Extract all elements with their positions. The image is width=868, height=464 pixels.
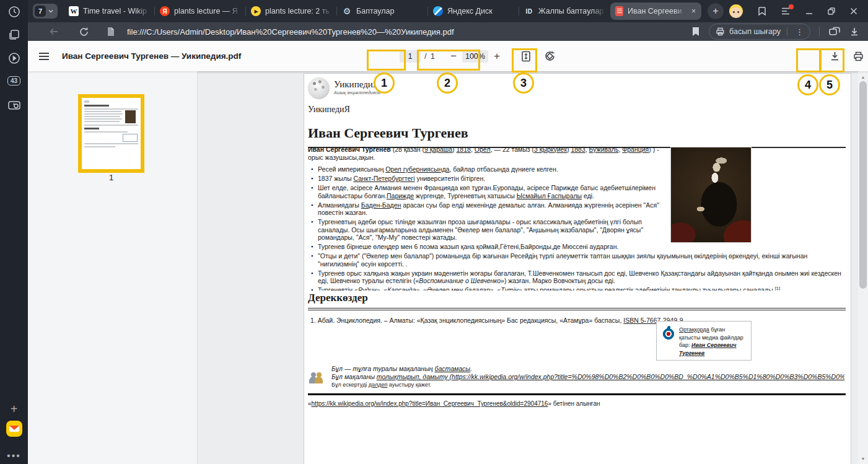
zoom-in-button[interactable]: + [494,51,500,61]
article-bullet: Тургенев орыс халқына жақын украин мәден… [318,269,847,285]
yandex-icon [160,6,170,16]
tab-yandex[interactable]: plants lecture — Я [155,2,246,20]
wikimedia-commons-icon [662,328,675,340]
tab-label: Яндекс Диск [447,7,514,15]
zoom-out-button[interactable]: − [450,51,457,61]
stub-line-1: Бұл — тұлға туралы мақаланың бастамасы. [331,365,846,373]
page-view: УикипедиЯ Ашық энциклопедиясы УикипедиЯ … [198,71,858,464]
annotation-circle-3: 3 [513,72,534,94]
page-counter: 1 / 1 [400,41,435,71]
notification-dot [789,4,794,9]
downloads-icon[interactable] [849,27,859,37]
address-bar-actions: басып шығару ⋮ [691,24,868,40]
play-icon [251,6,261,16]
history-icon[interactable] [0,6,28,18]
annotation-circle-5: 5 [819,74,840,95]
restore-button[interactable] [827,7,836,15]
tab-bar: 7 Time travel - Wikipplants lecture — Яp… [28,0,868,22]
printer-icon [716,27,725,36]
tabs-panel-icon[interactable] [0,28,28,41]
fit-to-page-icon[interactable] [520,41,532,71]
wikipedia-tagline: Ашық энциклопедиясы [334,90,380,95]
commons-text: Ортаққорда бұған қатысты медиа файлдар б… [679,326,746,357]
article-bullet: Тургеневтің «Рудин», «Қарсаңда», «Әкелер… [318,286,847,291]
bookmark-panel-icon[interactable] [756,6,768,17]
back-icon[interactable] [45,27,63,37]
new-tab-button[interactable]: + [708,3,724,19]
print-page-button[interactable]: басып шығару ⋮ [709,24,810,40]
yandex-mail-icon[interactable] [0,421,28,437]
tab-label: plants lecture — Я [174,7,241,15]
rotate-icon[interactable] [543,41,556,71]
pdf-toolbar: Иван Сергеевич Тургенев — Уикипедия.pdf … [28,41,868,71]
scroll-up-icon[interactable]: ▲ [858,72,868,81]
page-thumbnail[interactable] [78,94,144,173]
article-bullet: Алманиядағы Баден-Баден арасан суы бар е… [318,201,847,217]
article-bullet: Шет елде, әсіресе Алмания менен Францияд… [318,184,847,199]
print-pdf-icon[interactable] [853,41,864,71]
bookmark-icon[interactable] [691,27,700,37]
print-page-label: басып шығару [729,27,781,36]
vertical-scrollbar[interactable]: ▲ ▼ [858,71,868,464]
annotation-circle-2: 2 [437,72,458,94]
site-name: УикипедиЯ [308,105,350,115]
retrieved-from-line: «https://kk.wikipedia.org/w/index.php?ti… [308,400,846,407]
tab-wikipedia[interactable]: Time travel - Wikip [64,2,155,20]
window-controls [729,4,868,18]
url-text[interactable]: file:///C:/Users/Admin/Desktop/Иван%20Се… [127,27,691,37]
pdf-menu-icon[interactable] [38,41,50,71]
tab-strip: Time travel - Wikipplants lecture — Яpla… [64,0,701,22]
tab-counter[interactable]: 7 [33,4,58,19]
commons-box: Ортаққорда бұған қатысты медиа файлдар б… [656,321,752,361]
tab-disk[interactable]: Яндекс Диск [428,2,519,20]
print-options-icon[interactable]: ⋮ [792,27,807,37]
id-icon [524,6,534,16]
stub-notice: Бұл — тұлға туралы мақаланың бастамасы. … [308,365,846,389]
tab-label: Баптаулар [356,7,423,15]
disk-icon [433,6,443,16]
tab-gear[interactable]: Баптаулар [337,2,428,20]
chevron-down-icon [48,8,54,14]
thumbnail-page-label: 1 [78,173,144,182]
page-total: 1 [431,51,435,61]
address-bar: file:///C:/Users/Admin/Desktop/Иван%20Се… [28,22,868,41]
tab-label: Иван Сергееви [628,7,686,15]
annotation-circle-1: 1 [374,72,395,94]
sidebar-more-icon[interactable]: ••• [0,451,28,461]
tab-groups-icon[interactable] [828,26,841,37]
wikipedia-logo-icon [308,77,330,99]
profile-avatar[interactable] [729,4,743,18]
tab-label: Time travel - Wikip [83,7,150,15]
article-title: Иван Сергеевич Тургенев [308,125,846,148]
article-bullet: "Отцы и дети" ("Әкелер мен балалар") ром… [318,252,847,268]
footer-rule [308,393,846,395]
video-player-icon[interactable] [0,52,28,64]
stub-line-3: Бұл ескертуді дәлдеп ауыстыру қажет. [331,381,846,389]
page-separator: / [424,51,427,61]
minimize-button[interactable] [805,7,813,15]
article-bullet: Ресей империясының Орел губерниясында, б… [318,165,847,173]
tab-id[interactable]: Жалпы баптаулар [519,2,610,20]
browser-sidebar: 43 + ••• [0,0,28,464]
counter-badge-icon[interactable]: 43 [0,76,28,85]
pdf-page: УикипедиЯ Ашық энциклопедиясы УикипедиЯ … [304,73,851,464]
article-body: Иван Сергеевич Тургенев (28 қазан (9 қар… [308,146,847,291]
page-number-input[interactable]: 1 [400,50,421,63]
tab-play[interactable]: plants lecture: 2 ть [246,2,337,20]
reload-icon[interactable] [75,27,92,37]
download-pdf-icon[interactable] [829,41,841,71]
tab-pdf[interactable]: Иван Сергееви× [610,2,701,20]
zoom-controls: − 100% + [450,41,500,71]
close-tab-icon[interactable]: × [691,7,696,15]
gear-icon [342,6,352,16]
scroll-down-icon[interactable]: ▼ [858,454,868,463]
article-bullet: Тургенев бірнеше өлеңдер мен 6 поэма жаз… [318,243,847,251]
stub-people-icon [309,367,327,383]
zoom-level[interactable]: 100% [462,50,488,63]
sidebar-add-icon[interactable]: + [0,403,28,415]
article-bullets: Ресей империясының Орел губерниясында, б… [308,165,847,291]
close-window-button[interactable] [849,7,858,15]
browser-menu-icon[interactable] [781,7,791,15]
screenshot-icon[interactable] [0,99,28,112]
scrollbar-thumb[interactable] [859,81,867,289]
